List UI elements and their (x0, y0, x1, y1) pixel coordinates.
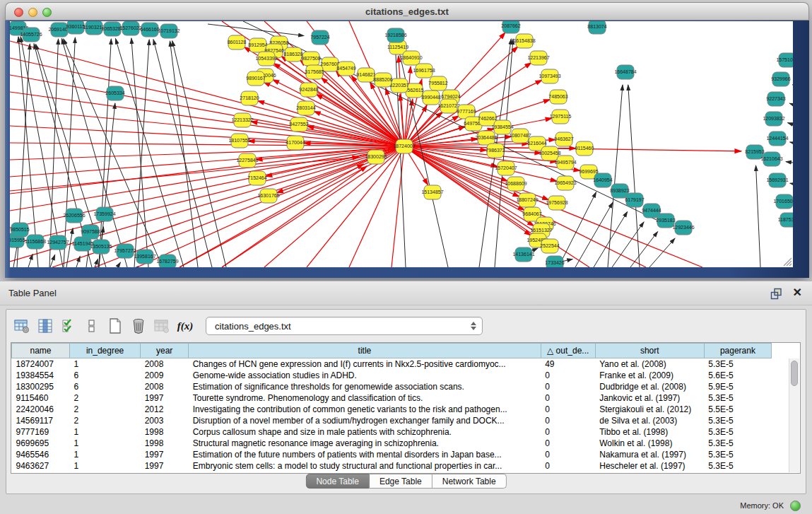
graph-node-8885206[interactable]: 8885206 (373, 73, 392, 87)
table-cell[interactable]: 5.9E-5 (704, 381, 771, 392)
column-header-out_de[interactable]: △ out_de... (541, 344, 595, 358)
table-row[interactable]: 1456911722003Disruption of a novel membe… (12, 415, 772, 426)
table-cell[interactable]: 5.3E-5 (704, 449, 771, 460)
memory-status-indicator[interactable] (790, 501, 801, 511)
graph-node-2522544[interactable]: 2522544 (540, 239, 559, 253)
table-cell[interactable]: 5.3E-5 (704, 438, 771, 449)
graph-node-8990448[interactable]: 8990448 (421, 90, 440, 105)
graph-node-18300295[interactable]: 18300295 (365, 150, 387, 164)
table-cell[interactable]: Stergiakouli et al. (2012) (595, 404, 704, 415)
table-cell[interactable]: 1998 (141, 426, 189, 438)
graph-node-2605334[interactable]: 2605334 (105, 86, 124, 100)
table-cell[interactable]: 18300295 (12, 381, 70, 392)
table-row[interactable]: 1830029562008Estimation of significance … (12, 381, 772, 392)
table-cell[interactable]: 0 (541, 460, 595, 472)
graph-node-19654923[interactable]: 19654923 (554, 176, 576, 190)
table-cell[interactable]: 1998 (141, 438, 189, 449)
graph-node-12923446[interactable]: 12923446 (672, 221, 694, 235)
show-columns-icon[interactable] (37, 317, 54, 334)
graph-node-4170044[interactable]: 4170044 (286, 136, 305, 150)
resize-grip-icon[interactable] (784, 258, 792, 266)
table-cell[interactable]: 2 (70, 392, 141, 404)
graph-node-12093832[interactable]: 12093832 (763, 112, 784, 126)
graph-node-14136141[interactable]: 14136141 (512, 247, 534, 262)
graph-edge[interactable] (789, 103, 793, 105)
graph-node-16154838[interactable]: 16154838 (513, 34, 535, 48)
tab-edge-table[interactable]: Edge Table (370, 474, 433, 489)
close-window-button[interactable] (14, 8, 23, 17)
graph-node-9242848[interactable]: 9242848 (299, 83, 318, 97)
table-cell[interactable]: 1 (70, 438, 141, 449)
table-row[interactable]: 911546021997Tourette syndrome. Phenomeno… (12, 392, 772, 404)
graph-edge[interactable] (208, 24, 304, 36)
table-cell[interactable]: 2009 (141, 370, 189, 381)
table-cell[interactable]: 2008 (141, 381, 189, 392)
graph-node-2803144[interactable]: 2803144 (296, 101, 315, 115)
graph-edge[interactable] (117, 262, 120, 267)
graph-edge[interactable] (50, 255, 55, 267)
table-cell[interactable]: 5.3E-5 (704, 426, 771, 438)
graph-node-14055726[interactable]: 14055726 (20, 28, 42, 42)
table-cell[interactable]: 2 (70, 404, 141, 415)
graph-node-19495794[interactable]: 19495794 (554, 156, 576, 170)
table-cell[interactable]: Wolkin et al. (1998) (595, 438, 704, 449)
graph-node-26206556[interactable]: 26206556 (63, 209, 85, 223)
graph-node-8454749[interactable]: 8454749 (336, 62, 355, 76)
table-cell[interactable]: Changes of HCN gene expression and I(f) … (189, 358, 541, 370)
table-row[interactable]: 946554611997Estimation of the future num… (12, 449, 772, 460)
table-cell[interactable]: Estimation of significance thresholds fo… (189, 381, 541, 392)
table-cell[interactable]: Franke et al. (2009) (595, 370, 704, 381)
table-cell[interactable]: 5.3E-5 (704, 358, 771, 370)
table-row[interactable]: 1938455462009Genome-wide association stu… (12, 370, 772, 381)
table-cell[interactable]: 1 (70, 449, 141, 460)
table-cell[interactable]: 6 (70, 381, 141, 392)
graph-edge[interactable] (10, 157, 359, 191)
graph-node-7485063[interactable]: 7485063 (548, 90, 567, 104)
graph-node-2718120[interactable]: 2718120 (240, 91, 259, 105)
table-cell[interactable]: 5.6E-5 (704, 370, 771, 381)
column-header-in_degree[interactable]: in_degree (70, 344, 141, 358)
function-builder-icon[interactable]: f(x) (177, 317, 194, 334)
graph-node-2087662[interactable]: 2087662 (501, 21, 520, 33)
table-cell[interactable]: 0 (541, 426, 595, 438)
import-table-icon[interactable] (153, 317, 170, 334)
clear-selection-icon[interactable] (83, 317, 100, 334)
graph-node-10973493[interactable]: 10973493 (539, 69, 560, 83)
tab-network-table[interactable]: Network Table (433, 474, 507, 489)
table-row[interactable]: 946362711997Embryonic stem cells: a mode… (12, 460, 772, 472)
table-cell[interactable]: 9777169 (12, 426, 70, 438)
graph-edge[interactable] (134, 40, 149, 267)
graph-node-15134857[interactable]: 15134857 (421, 185, 443, 199)
graph-edge[interactable] (115, 38, 184, 267)
zoom-window-button[interactable] (42, 8, 52, 17)
graph-node-9890167[interactable]: 9890167 (246, 71, 265, 86)
delete-column-icon[interactable] (130, 317, 147, 334)
graph-node-16648784[interactable]: 16648784 (614, 65, 636, 79)
graph-edge[interactable] (594, 211, 628, 267)
graph-node-9463627[interactable]: 9463627 (554, 132, 573, 146)
table-cell[interactable]: 1997 (141, 460, 189, 472)
graph-node-9850515[interactable]: 9850515 (10, 223, 29, 237)
graph-node-6179197[interactable]: 6179197 (625, 193, 644, 207)
table-cell[interactable]: Estimation of the future numbers of pati… (189, 449, 541, 460)
graph-edge[interactable] (222, 166, 367, 267)
table-cell[interactable]: Dudbridge et al. (2008) (595, 381, 704, 392)
graph-node-15692931[interactable]: 15692931 (766, 173, 788, 187)
table-cell[interactable]: 2008 (141, 358, 189, 370)
graph-node-3175685[interactable]: 3175685 (305, 65, 324, 79)
table-cell[interactable]: 9465546 (12, 449, 70, 460)
table-cell[interactable]: 6 (70, 370, 141, 381)
graph-edge[interactable] (64, 37, 75, 267)
graph-node-10719132[interactable]: 10719132 (158, 24, 180, 38)
table-cell[interactable]: 9699695 (12, 438, 70, 449)
graph-node-1733426[interactable]: 1733426 (545, 256, 564, 267)
table-cell[interactable]: 49 (541, 358, 595, 370)
graph-edge[interactable] (76, 256, 80, 267)
table-cell[interactable]: Hescheler et al. (1997) (595, 460, 704, 472)
graph-node-18807249[interactable]: 18807249 (516, 193, 538, 207)
table-cell[interactable]: 1997 (141, 449, 189, 460)
column-header-title[interactable]: title (189, 344, 541, 358)
table-row[interactable]: 1872400712008Changes of HCN gene express… (12, 358, 772, 370)
graph-node-9329966[interactable]: 9329966 (771, 72, 790, 86)
table-source-dropdown[interactable]: citations_edges.txt (206, 317, 483, 335)
